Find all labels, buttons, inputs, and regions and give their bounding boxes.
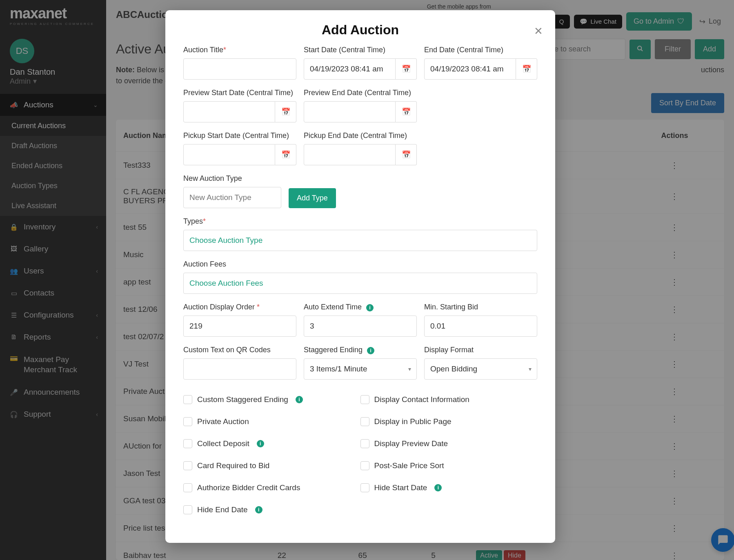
display-contact-checkbox[interactable]: Display Contact Information [360,389,538,411]
display-order-input[interactable] [183,316,296,337]
auction-fees-select[interactable] [183,273,537,294]
pickup-start-input[interactable] [183,144,275,165]
authorize-cc-checkbox[interactable]: Authorize Bidder Credit Cards [183,477,360,499]
display-format-select[interactable] [424,358,537,380]
start-date-input[interactable] [304,58,396,80]
calendar-icon[interactable]: 📅 [396,144,417,165]
collect-deposit-checkbox[interactable]: Collect Deposit i [183,433,360,455]
preview-start-input[interactable] [183,101,275,122]
new-auction-type-label: New Auction Type [183,174,281,183]
calendar-icon[interactable]: 📅 [396,58,417,80]
min-starting-bid-input[interactable] [424,316,537,337]
qr-custom-text-input[interactable] [183,358,296,380]
info-icon[interactable]: i [296,396,303,403]
types-label: Types* [183,217,537,226]
custom-staggered-checkbox[interactable]: Custom Staggered Ending i [183,389,360,411]
add-type-button[interactable]: Add Type [289,188,336,208]
end-date-input[interactable] [424,58,516,80]
display-order-label: Auction Display Order * [183,303,296,311]
add-auction-modal: Add Auction ✕ Auction Title* Start Date … [165,10,555,543]
staggered-ending-label: Staggered Ending i [304,346,417,354]
pickup-end-label: Pickup End Date (Central Time) [304,131,417,140]
staggered-ending-select[interactable] [304,358,417,380]
new-auction-type-input[interactable] [183,187,281,208]
pickup-start-label: Pickup Start Date (Central Time) [183,131,296,140]
info-icon[interactable]: i [434,484,442,491]
calendar-icon[interactable]: 📅 [275,144,296,165]
info-icon[interactable]: i [367,347,374,354]
preview-start-label: Preview Start Date (Central Time) [183,89,296,97]
auto-extend-label: Auto Extend Time i [304,303,417,311]
min-starting-bid-label: Min. Starting Bid [424,303,537,311]
calendar-icon[interactable]: 📅 [516,58,537,80]
hide-start-checkbox[interactable]: Hide Start Date i [360,477,538,499]
auction-title-input[interactable] [183,58,296,80]
display-format-label: Display Format [424,346,537,354]
auto-extend-input[interactable] [304,316,417,337]
calendar-icon[interactable]: 📅 [275,101,296,122]
close-icon[interactable]: ✕ [534,25,543,38]
info-icon[interactable]: i [366,304,374,311]
calendar-icon[interactable]: 📅 [396,101,417,122]
preview-end-label: Preview End Date (Central Time) [304,89,417,97]
display-public-checkbox[interactable]: Display in Public Page [360,411,538,433]
auction-title-label: Auction Title* [183,46,296,54]
display-preview-checkbox[interactable]: Display Preview Date [360,433,538,455]
modal-title: Add Auction [182,22,539,38]
pickup-end-input[interactable] [304,144,396,165]
hide-end-checkbox[interactable]: Hide End Date i [183,499,360,521]
info-icon[interactable]: i [255,506,262,513]
preview-end-input[interactable] [304,101,396,122]
card-required-checkbox[interactable]: Card Required to Bid [183,455,360,477]
end-date-label: End Date (Central Time) [424,46,537,54]
start-date-label: Start Date (Central Time) [304,46,417,54]
info-icon[interactable]: i [257,440,264,447]
post-sale-sort-checkbox[interactable]: Post-Sale Price Sort [360,455,538,477]
qr-custom-text-label: Custom Text on QR Codes [183,346,296,354]
types-select[interactable] [183,230,537,251]
private-auction-checkbox[interactable]: Private Auction [183,411,360,433]
auction-fees-label: Auction Fees [183,260,537,269]
